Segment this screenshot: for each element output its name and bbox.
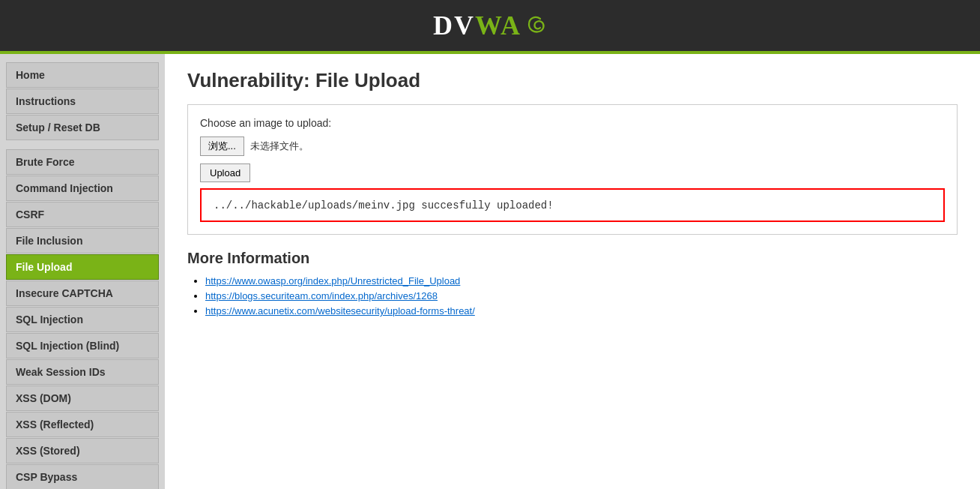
sidebar-item-xss-dom[interactable]: XSS (DOM) <box>6 386 159 411</box>
more-info-link-3[interactable]: https://www.acunetix.com/websitesecurity… <box>205 305 475 316</box>
sidebar-item-command-injection[interactable]: Command Injection <box>6 176 159 201</box>
sidebar-item-weak-session-ids[interactable]: Weak Session IDs <box>6 359 159 385</box>
page-title: Vulnerability: File Upload <box>187 69 958 92</box>
list-item: https://blogs.securiteam.com/index.php/a… <box>205 290 958 302</box>
browse-button[interactable]: 浏览... <box>200 136 244 156</box>
logo-swirl-icon <box>524 14 547 37</box>
list-item: https://www.acunetix.com/websitesecurity… <box>205 304 958 316</box>
logo: DVWA <box>433 10 547 41</box>
sidebar-item-csrf[interactable]: CSRF <box>6 202 159 227</box>
sidebar-item-sql-injection[interactable]: SQL Injection <box>6 307 159 332</box>
more-info-title: More Information <box>187 250 958 267</box>
logo-text: DVWA <box>433 10 521 41</box>
sidebar: Home Instructions Setup / Reset DB Brute… <box>0 54 165 489</box>
sidebar-item-home[interactable]: Home <box>6 62 159 88</box>
upload-label: Choose an image to upload: <box>200 117 945 129</box>
success-box: ../../hackable/uploads/meinv.jpg succesf… <box>200 188 945 222</box>
sidebar-item-insecure-captcha[interactable]: Insecure CAPTCHA <box>6 280 159 306</box>
upload-button[interactable]: Upload <box>200 164 250 182</box>
main-content: Vulnerability: File Upload Choose an ima… <box>165 54 980 489</box>
sidebar-item-instructions[interactable]: Instructions <box>6 88 159 114</box>
logo-dv: DV <box>433 10 475 40</box>
sidebar-item-sql-injection-blind[interactable]: SQL Injection (Blind) <box>6 333 159 358</box>
logo-wa: WA <box>475 10 521 40</box>
sidebar-item-xss-stored[interactable]: XSS (Stored) <box>6 438 159 464</box>
more-info-link-2[interactable]: https://blogs.securiteam.com/index.php/a… <box>205 290 438 302</box>
sidebar-divider <box>0 141 165 148</box>
success-message: ../../hackable/uploads/meinv.jpg succesf… <box>214 200 554 212</box>
sidebar-item-xss-reflected[interactable]: XSS (Reflected) <box>6 412 159 437</box>
upload-box: Choose an image to upload: 浏览... 未选择文件。 … <box>187 104 958 235</box>
file-name-display: 未选择文件。 <box>250 140 309 153</box>
sidebar-item-brute-force[interactable]: Brute Force <box>6 149 159 175</box>
file-input-row: 浏览... 未选择文件。 <box>200 136 945 156</box>
sidebar-item-setup-reset-db[interactable]: Setup / Reset DB <box>6 115 159 140</box>
sidebar-item-file-upload[interactable]: File Upload <box>6 254 159 280</box>
more-info-list: https://www.owasp.org/index.php/Unrestri… <box>187 274 958 316</box>
more-info-link-1[interactable]: https://www.owasp.org/index.php/Unrestri… <box>205 275 460 286</box>
sidebar-item-file-inclusion[interactable]: File Inclusion <box>6 228 159 254</box>
sidebar-item-csp-bypass[interactable]: CSP Bypass <box>6 464 159 489</box>
header: DVWA <box>0 0 980 54</box>
layout: Home Instructions Setup / Reset DB Brute… <box>0 54 980 489</box>
list-item: https://www.owasp.org/index.php/Unrestri… <box>205 274 958 286</box>
